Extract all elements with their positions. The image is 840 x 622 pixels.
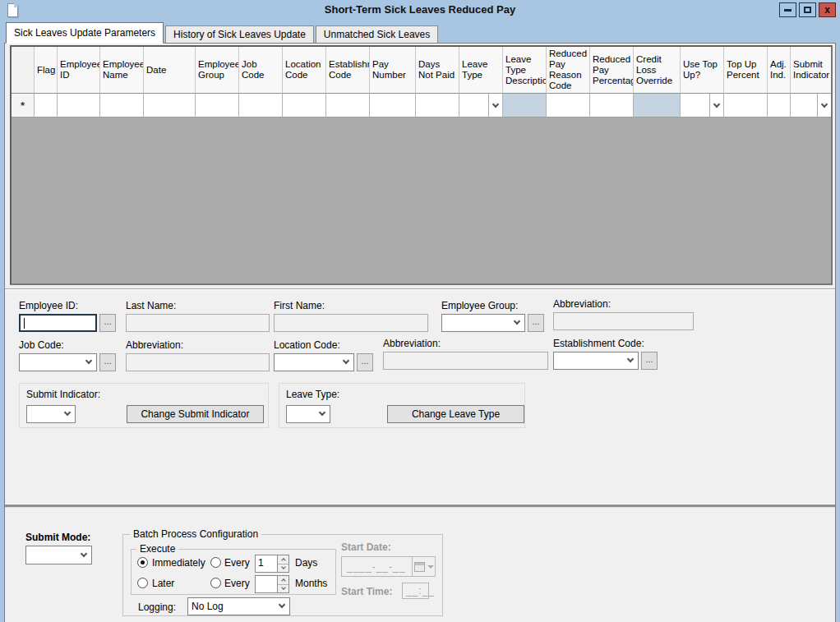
spinner-down-icon[interactable] — [278, 564, 288, 573]
grid-column-header-employee-name[interactable]: Employee Name — [100, 47, 144, 94]
grid-cell-reduced-pay-reason-code[interactable] — [547, 94, 590, 117]
logging-combo[interactable]: No Log — [187, 597, 290, 615]
grid-column-header-use-top-up[interactable]: Use Top Up? — [681, 47, 724, 94]
leave-type-combo[interactable] — [286, 405, 330, 423]
minimize-button[interactable] — [779, 2, 796, 17]
submit-indicator-combo[interactable] — [26, 405, 76, 423]
radio-immediately-label: Immediately — [152, 557, 205, 569]
grid-column-header-reduced-pay-percentage[interactable]: Reduced Pay Percentage — [590, 47, 634, 94]
grid-cell-pay-number[interactable] — [370, 94, 416, 117]
abbreviation-label-1: Abbreviation: — [553, 298, 611, 310]
chevron-down-icon[interactable] — [709, 94, 723, 117]
grid-cell-submit-indicator[interactable] — [791, 94, 831, 117]
grid-cell-credit-loss-override — [634, 94, 681, 117]
establishment-code-browse-button[interactable]: ... — [641, 352, 658, 370]
leave-type-label: Leave Type: — [286, 389, 339, 400]
location-code-combo[interactable] — [274, 353, 354, 371]
maximize-button[interactable] — [799, 2, 816, 17]
start-date-calendar-button — [412, 556, 436, 577]
job-code-combo[interactable] — [19, 353, 97, 371]
close-button[interactable]: x — [819, 2, 836, 17]
grid-cell-job-code[interactable] — [239, 94, 283, 117]
job-code-browse-button[interactable]: ... — [99, 353, 116, 371]
grid-cell-use-top-up[interactable] — [681, 94, 724, 117]
radio-immediately[interactable] — [137, 557, 148, 568]
grid-column-header-flag[interactable]: Flag — [35, 47, 58, 94]
section-separator — [5, 288, 835, 290]
grid-cell-days-not-paid[interactable] — [416, 94, 459, 117]
spinner-up-icon[interactable] — [278, 576, 288, 585]
submit-mode-combo[interactable] — [25, 546, 92, 564]
radio-every-months[interactable] — [210, 578, 221, 588]
chevron-down-icon — [64, 409, 71, 416]
horizontal-splitter[interactable] — [5, 504, 835, 508]
grid-cell-employee-id[interactable] — [58, 94, 100, 117]
grid-cell-adj-ind[interactable] — [768, 94, 791, 117]
submit-mode-label: Submit Mode: — [25, 532, 90, 543]
grid-column-header-employee-group[interactable]: Employee Group — [196, 47, 239, 94]
first-name-field — [274, 314, 428, 332]
employee-id-browse-button[interactable]: ... — [99, 314, 116, 332]
chevron-down-icon — [343, 357, 349, 364]
grid-cell-employee-name[interactable] — [100, 94, 144, 117]
tab-unmatched-sick-leaves[interactable]: Unmatched Sick Leaves — [316, 25, 438, 43]
grid-cell-location-code[interactable] — [283, 94, 326, 117]
days-spinner[interactable] — [277, 555, 289, 573]
radio-every-days[interactable] — [210, 557, 221, 568]
last-name-label: Last Name: — [126, 300, 176, 311]
location-code-browse-button[interactable]: ... — [357, 353, 373, 371]
change-leave-type-button[interactable]: Change Leave Type — [387, 405, 524, 423]
dropdown-arrow-icon — [427, 565, 434, 569]
employee-group-label: Employee Group: — [441, 300, 518, 311]
grid-cell-employee-group[interactable] — [196, 94, 239, 117]
chevron-down-icon[interactable] — [488, 94, 502, 117]
grid-cell-date[interactable] — [144, 94, 196, 117]
grid-column-header-establishment-code[interactable]: Establishment Code — [326, 47, 370, 94]
grid-column-header-location-code[interactable]: Location Code — [283, 47, 326, 94]
grid-cell-reduced-pay-percentage[interactable] — [590, 94, 634, 117]
spinner-up-icon[interactable] — [278, 555, 288, 564]
grid-column-header-days-not-paid[interactable]: Days Not Paid — [416, 47, 459, 94]
grid-column-header-job-code[interactable]: Job Code — [239, 47, 283, 94]
submit-indicator-label: Submit Indicator: — [26, 389, 100, 400]
tab-history-of-sick-leaves-update[interactable]: History of Sick Leaves Update — [165, 25, 314, 43]
window-title: Short-Term Sick Leaves Reduced Pay — [0, 3, 840, 16]
months-spinner[interactable] — [277, 575, 289, 593]
grid-column-header-pay-number[interactable]: Pay Number — [370, 47, 416, 94]
grid-column-header-reduced-pay-reason-code[interactable]: Reduced Pay Reason Code — [547, 47, 590, 94]
establishment-code-combo[interactable] — [553, 352, 639, 370]
months-input[interactable] — [255, 575, 278, 593]
abbreviation-label-2: Abbreviation: — [126, 339, 183, 351]
change-submit-indicator-button[interactable]: Change Submit Indicator — [127, 405, 264, 423]
grid-column-header-leave-type-description[interactable]: Leave Type Description — [503, 47, 547, 94]
radio-later[interactable] — [137, 578, 148, 588]
location-code-label: Location Code: — [274, 339, 340, 351]
grid-column-header-submit-indicator[interactable]: Submit Indicator — [791, 47, 831, 94]
employee-group-combo[interactable] — [441, 314, 525, 332]
grid-column-header-date[interactable]: Date — [144, 47, 196, 94]
days-input[interactable]: 1 — [255, 555, 278, 573]
employee-id-input[interactable] — [19, 314, 97, 332]
chevron-down-icon[interactable] — [817, 94, 831, 117]
grid-column-header-adj-ind[interactable]: Adj. Ind. — [768, 47, 791, 94]
grid-cell-establishment-code[interactable] — [326, 94, 370, 117]
chevron-down-icon — [627, 356, 634, 362]
tab-sick-leaves-update-parameters[interactable]: Sick Leaves Update Parameters — [6, 22, 164, 44]
grid-column-header-credit-loss-override[interactable]: Credit Loss Override — [634, 47, 681, 94]
chevron-down-icon — [319, 409, 325, 416]
grid-column-header-employee-id[interactable]: Employee ID — [58, 47, 100, 94]
employee-group-browse-button[interactable]: ... — [528, 314, 544, 332]
grid-column-header-leave-type[interactable]: Leave Type — [459, 47, 503, 94]
grid-cell-flag[interactable] — [35, 94, 58, 117]
leave-type-group: Leave Type: Change Leave Type — [279, 383, 525, 428]
job-code-label: Job Code: — [19, 339, 64, 351]
spinner-down-icon[interactable] — [278, 585, 288, 593]
logging-value: No Log — [192, 601, 224, 612]
grid-column-header-top-up-percent[interactable]: Top Up Percent — [724, 47, 768, 94]
radio-every-months-label: Every — [224, 578, 250, 589]
grid-cell-leave-type[interactable] — [459, 94, 503, 117]
last-name-field — [126, 314, 270, 332]
grid-cell-top-up-percent[interactable] — [724, 94, 768, 117]
start-date-input: ____-__-__ — [341, 556, 413, 577]
chevron-down-icon — [85, 357, 92, 364]
